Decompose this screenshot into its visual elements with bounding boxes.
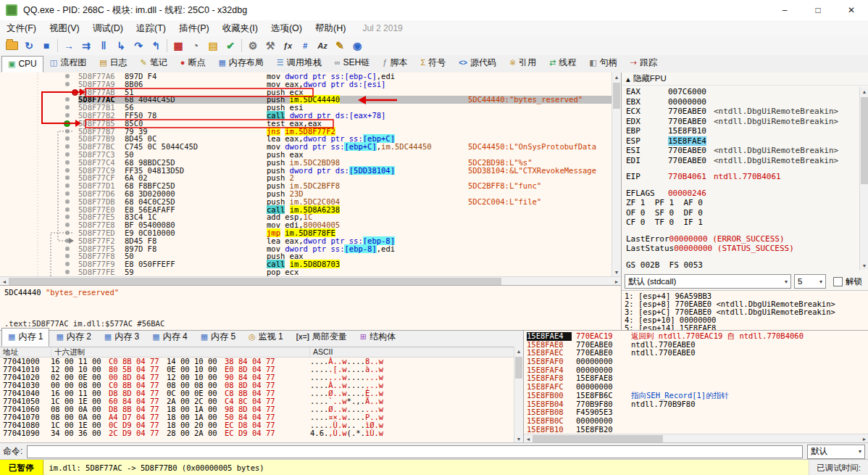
breakpoint-gutter[interactable] [0,112,78,120]
breakpoint-gutter[interactable] [0,135,78,143]
register-row[interactable]: LastError00000000 (ERROR_SUCCESS) [626,234,859,244]
register-row[interactable]: GS 002B FS 0053 [626,260,859,270]
green-breakpoint-dot[interactable] [64,120,70,127]
gray-breakpoint-dot[interactable] [65,199,70,204]
breakpoint-gutter[interactable] [0,167,78,175]
breakpoint-gutter[interactable] [0,143,78,151]
stack-row[interactable]: 15E8FB1015E8FB20 [524,426,868,434]
menu-item-6[interactable]: 选项(O) [264,21,309,36]
gray-breakpoint-dot[interactable] [65,247,70,251]
tab-notes[interactable]: ✎笔记 [134,54,174,73]
red-breakpoint-dot[interactable] [72,89,78,96]
breakpoint-gutter[interactable] [0,159,78,167]
register-row[interactable]: LastStatus00000000 (STATUS_SUCCESS) [626,244,859,254]
tab-call-stack[interactable]: ☰调用堆栈 [270,54,328,73]
tab-struct[interactable]: ⊞结构体 [354,328,402,347]
gray-breakpoint-dot[interactable] [65,129,70,133]
patches-icon[interactable]: ✔ [222,38,239,53]
breakpoint-gutter[interactable] [0,252,78,260]
strings-az-icon[interactable]: Az [314,38,331,53]
advanced-breakpoint-icon[interactable]: ▦ [170,38,187,53]
command-input[interactable] [27,445,803,458]
stack-row[interactable]: 15E8FAF000000000 [524,358,868,366]
tab-locals[interactable]: [x=]局部变量 [290,328,354,347]
tab-handles[interactable]: ◧句柄 [583,54,623,73]
tab-cpu[interactable]: ▣CPU [1,56,43,73]
register-row[interactable]: ESP15E8FAE4 [626,136,859,146]
register-row[interactable]: OF 0 SF 0 DF 0 [626,208,859,218]
gray-breakpoint-dot[interactable] [65,262,70,266]
breakpoint-gutter[interactable] [0,128,78,136]
run-unhindered-icon[interactable]: ⇉ [78,38,95,53]
gray-breakpoint-dot[interactable] [65,231,70,235]
scroll-down-arrow[interactable]: ▼ [860,261,868,270]
tab-source[interactable]: <>源代码 [452,54,503,73]
breakpoint-gutter[interactable] [0,229,78,237]
unlock-checkbox[interactable] [833,277,843,286]
tab-watch-1[interactable]: ◎监视 1 [242,328,290,347]
step-into-icon[interactable]: ↳ [112,38,130,53]
gray-breakpoint-dot[interactable] [65,136,70,141]
breakpoint-gutter[interactable] [0,104,78,112]
tab-memory-1[interactable]: ▦内存 1 [1,328,49,347]
menu-item-2[interactable]: 调试(D) [86,21,130,36]
breakpoint-gutter[interactable] [0,151,78,159]
gray-breakpoint-dot[interactable] [65,183,70,188]
gray-breakpoint-dot[interactable] [65,239,70,243]
registers-vscrollbar[interactable]: ▲ ▼ [859,87,868,270]
stack-row[interactable]: 15E8FB0C00000000 [524,417,868,426]
gray-breakpoint-dot[interactable] [65,207,70,212]
hide-debugger-icon[interactable]: ⚙ [244,38,262,53]
tab-symbols[interactable]: Σ符号 [414,54,452,73]
stack-pane[interactable]: 15E8FAE4770EAC19返回到 ntdll.770EAC19 自 ntd… [523,330,868,443]
menu-item-0[interactable]: 文件(F) [0,21,43,36]
register-row[interactable]: EBP15E8FB10 [626,126,859,136]
register-row[interactable]: EFLAGS00000246 [626,189,859,199]
hash-icon[interactable]: # [296,38,314,53]
close-button[interactable]: ✕ [835,0,868,20]
disasm-row[interactable]: 5D8F77A98B06mov eax,dword ptr ds:[esi] [0,80,621,88]
arg-count-spinner[interactable]: 5 ▾ [794,274,826,289]
breakpoint-gutter[interactable] [0,174,78,182]
tab-memory-3[interactable]: ▦内存 3 [98,328,146,347]
breakpoint-gutter[interactable] [0,213,78,221]
gray-breakpoint-dot[interactable] [65,254,70,258]
maximize-button[interactable]: □ [801,0,835,20]
gray-breakpoint-dot[interactable] [65,175,70,180]
register-row[interactable]: CF 0 TF 0 IF 1 [626,218,859,228]
breakpoint-gutter[interactable] [0,198,78,206]
breakpoint-gutter[interactable] [0,182,78,190]
register-row[interactable]: ECX770EABE0<ntdll.DbgUiRemoteBreakin> [626,107,859,117]
stack-row[interactable]: 15E8FB0015E8FB6C指向SEH_Record[1]的指针 [524,392,868,400]
scroll-up-arrow[interactable]: ▲ [514,347,523,355]
register-row[interactable]: EBX00000000 [626,97,859,107]
register-row[interactable]: EAX007C6000 [626,87,859,97]
annotate-icon[interactable]: ✎ [331,38,349,53]
breakpoint-gutter[interactable] [0,80,78,88]
breakpoint-gutter[interactable] [0,260,78,268]
menu-item-3[interactable]: 追踪(T) [130,21,172,36]
tab-memory-4[interactable]: ▦内存 4 [146,328,193,347]
gray-breakpoint-dot[interactable] [65,144,70,149]
tab-graph[interactable]: ◫流程图 [43,54,93,73]
tab-memory-5[interactable]: ▦内存 5 [194,328,242,347]
register-row[interactable]: EDI770EABE0<ntdll.DbgUiRemoteBreakin> [626,156,859,166]
gray-breakpoint-dot[interactable] [65,160,70,165]
tab-script[interactable]: ƒ脚本 [376,54,414,73]
breakpoint-gutter[interactable] [0,221,78,229]
hide-fpu-button[interactable]: ▴ 隐藏FPU [622,73,868,86]
breakpoint-gutter[interactable] [0,120,78,128]
register-row[interactable]: EIP770B4061ntdll.770B4061 [626,172,859,182]
gray-breakpoint-dot[interactable] [65,270,70,274]
breakpoint-gutter[interactable] [0,245,78,253]
breakpoint-gutter[interactable] [0,96,78,104]
register-row[interactable]: EDX770EABE0<ntdll.DbgUiRemoteBreakin> [626,117,859,127]
tab-breakpoints[interactable]: ●断点 [174,54,212,73]
breakpoint-gutter[interactable] [0,237,78,245]
disasm-row[interactable]: 5D8F77FE59pop ecx [0,268,621,276]
command-profile-select[interactable]: 默认 ▾ [807,445,865,459]
tab-log[interactable]: ▤日志 [93,54,133,73]
register-row[interactable]: ESI770EABE0<ntdll.DbgUiRemoteBreakin> [626,146,859,156]
tab-memory-2[interactable]: ▦内存 2 [49,328,97,347]
restart-icon[interactable]: ↻ [20,38,38,53]
